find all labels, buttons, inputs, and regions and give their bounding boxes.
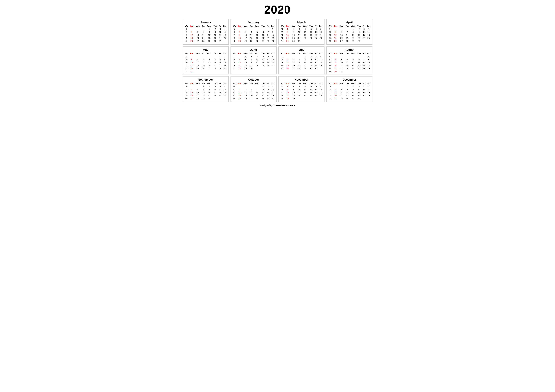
day-cell: [237, 43, 242, 43]
col-header-wed: Wed: [302, 25, 308, 28]
day-cell: 9: [266, 88, 270, 91]
day-cell: [290, 70, 297, 71]
day-cell: 22: [285, 36, 291, 40]
day-cell: 20: [333, 94, 338, 97]
calendar-grid: JanuaryWkSunMonTueWedThuFriSat1123425678…: [183, 19, 372, 102]
table-row: 506789101112: [328, 88, 371, 91]
day-cell: [189, 43, 195, 43]
day-cell: [345, 70, 350, 73]
day-cell: [366, 100, 371, 100]
day-cell: [194, 43, 201, 43]
day-cell: 17: [254, 61, 260, 64]
month-table: WkSunMonTueWedThuFriSat40123414567891042…: [232, 82, 275, 100]
day-cell: 29: [206, 40, 212, 43]
col-header-sun: Sun: [285, 52, 291, 55]
day-cell: 18: [302, 91, 308, 94]
table-row: 4211121314151617: [232, 91, 275, 94]
day-cell: [266, 67, 270, 70]
day-cell: 27: [206, 67, 212, 70]
day-cell: 16: [356, 34, 362, 36]
day-cell: 20: [314, 91, 318, 94]
col-header-thu: Thu: [212, 25, 218, 28]
day-cell: 4: [345, 58, 350, 61]
day-cell: 21: [318, 34, 323, 36]
col-header-wk: Wk: [280, 82, 285, 85]
day-cell: [290, 55, 297, 58]
day-cell: [333, 43, 338, 43]
day-cell: [338, 85, 345, 88]
day-cell: 15: [206, 34, 212, 36]
day-cell: 13: [189, 91, 195, 94]
day-cell: 1: [242, 55, 249, 58]
day-cell: 13: [270, 58, 275, 61]
day-cell: 2: [290, 85, 297, 88]
week-number: 42: [232, 91, 237, 94]
day-cell: [314, 100, 318, 100]
day-cell: [297, 97, 302, 100]
day-cell: 15: [260, 91, 266, 94]
day-cell: 28: [338, 97, 345, 100]
day-cell: [249, 43, 254, 43]
day-cell: 18: [302, 34, 308, 36]
table-row: [280, 70, 323, 71]
day-cell: 25: [194, 67, 201, 70]
col-header-tue: Tue: [201, 82, 206, 85]
col-header-wed: Wed: [302, 52, 308, 55]
week-number: 6: [232, 30, 237, 34]
day-cell: 25: [302, 36, 308, 40]
week-number: 36: [328, 70, 333, 73]
day-cell: 30: [266, 97, 270, 100]
col-header-wed: Wed: [254, 25, 260, 28]
day-cell: 16: [249, 61, 254, 64]
day-cell: [290, 43, 297, 43]
day-cell: 23: [237, 40, 242, 43]
week-number: 22: [184, 67, 189, 70]
col-header-sun: Sun: [189, 52, 195, 55]
year-title: 2020: [183, 3, 372, 16]
day-cell: 24: [242, 40, 249, 43]
table-row: 1719202122232425: [328, 36, 371, 40]
day-cell: 29: [218, 67, 222, 70]
day-cell: [206, 100, 212, 100]
day-cell: [260, 70, 266, 71]
day-cell: 8: [285, 30, 291, 34]
table-row: 2331: [184, 70, 227, 73]
day-cell: 6: [314, 85, 318, 88]
day-cell: 10: [189, 61, 195, 64]
day-cell: [356, 100, 362, 100]
day-cell: [297, 70, 302, 71]
day-cell: 22: [302, 64, 308, 67]
day-cell: 14: [266, 34, 270, 36]
table-row: 419202122232425: [184, 36, 227, 40]
col-header-wk: Wk: [184, 25, 189, 28]
table-row: 4318192021222324: [232, 94, 275, 97]
day-cell: 4: [302, 28, 308, 30]
day-cell: 3: [254, 55, 260, 58]
day-cell: [260, 100, 266, 100]
day-cell: [212, 97, 218, 100]
col-header-sun: Sun: [285, 82, 291, 85]
day-cell: [356, 43, 362, 43]
week-number: 35: [328, 67, 333, 70]
day-cell: [242, 28, 249, 30]
day-cell: 5: [350, 58, 356, 61]
month-block-december: DecemberWkSunMonTueWedThuFriSat491234550…: [326, 76, 372, 102]
col-header-sun: Sun: [285, 25, 291, 28]
day-cell: 16: [308, 61, 314, 64]
day-cell: 21: [338, 94, 345, 97]
day-cell: [285, 100, 291, 100]
day-cell: [222, 97, 227, 100]
col-header-mon: Mon: [290, 82, 297, 85]
table-row: 79101112131415: [232, 34, 275, 36]
col-header-sat: Sat: [222, 82, 227, 85]
day-cell: [237, 70, 242, 71]
day-cell: 7: [266, 30, 270, 34]
day-cell: 7: [194, 88, 201, 91]
day-cell: 5: [366, 85, 371, 88]
col-header-tue: Tue: [249, 25, 254, 28]
day-cell: 7: [212, 58, 218, 61]
day-cell: 7: [254, 88, 260, 91]
day-cell: [189, 100, 195, 100]
col-header-sat: Sat: [366, 82, 371, 85]
day-cell: [270, 70, 275, 71]
